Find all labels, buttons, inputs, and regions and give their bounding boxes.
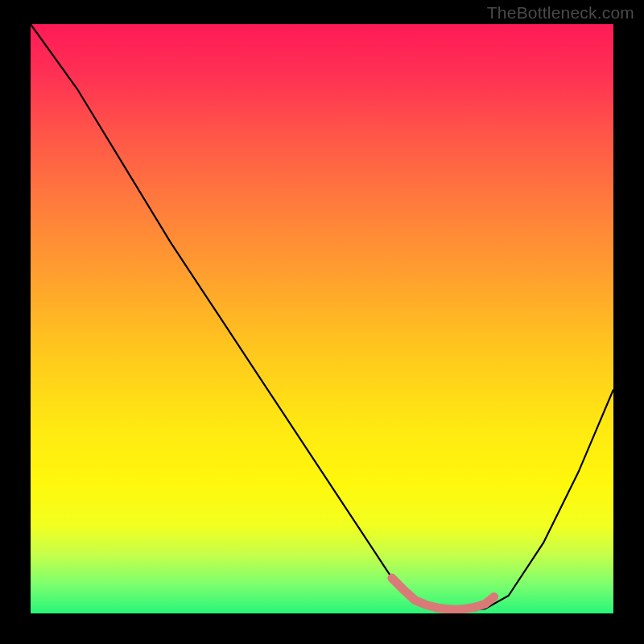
watermark-label: TheBottleneck.com — [487, 3, 634, 23]
chart-svg — [31, 24, 613, 613]
optimal-zone-line — [392, 578, 494, 609]
bottleneck-curve-line — [31, 24, 613, 610]
plot-area — [31, 24, 613, 613]
